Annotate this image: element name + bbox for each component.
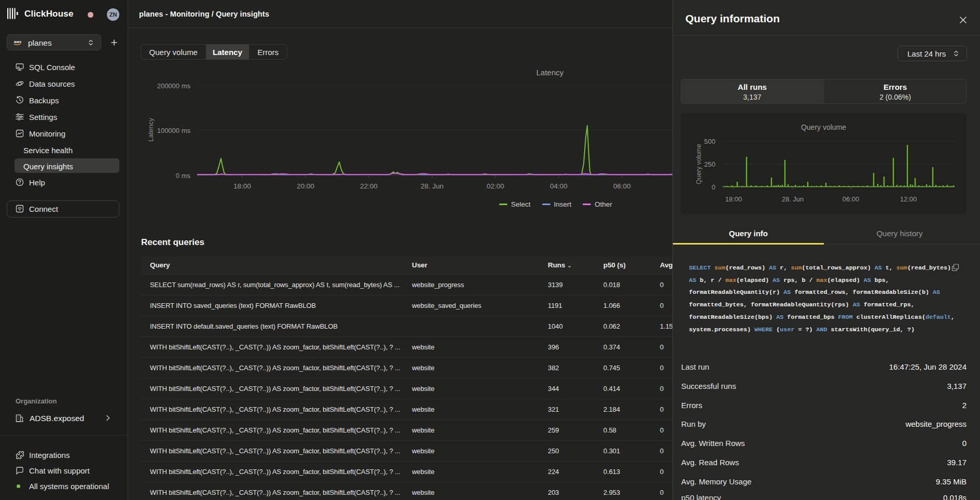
svg-text:aws: aws: [14, 39, 21, 44]
